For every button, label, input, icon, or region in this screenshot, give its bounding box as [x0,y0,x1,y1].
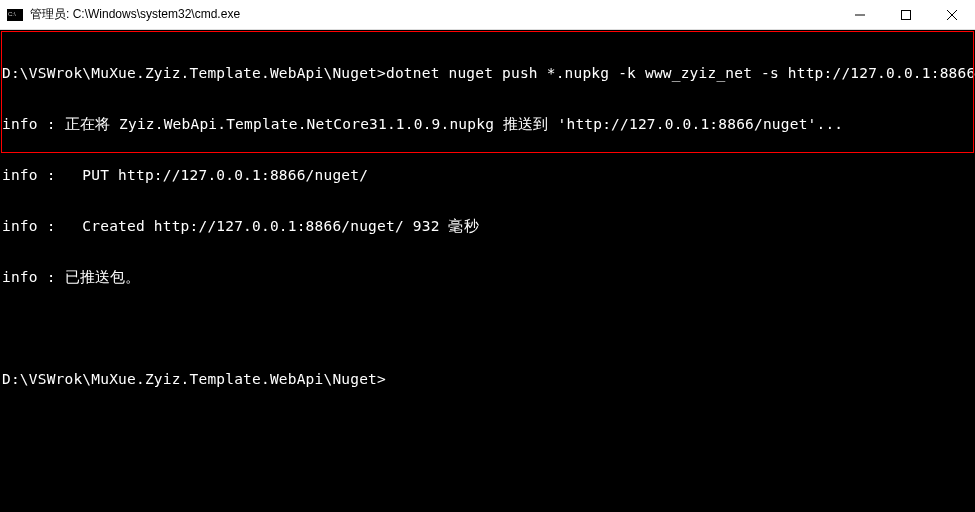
prompt: D:\VSWrok\MuXue.Zyiz.Template.WebApi\Nug… [2,371,386,387]
terminal-area[interactable]: D:\VSWrok\MuXue.Zyiz.Template.WebApi\Nug… [0,30,975,512]
terminal-output: D:\VSWrok\MuXue.Zyiz.Template.WebApi\Nug… [2,31,973,422]
cmd-window: 管理员: C:\Windows\system32\cmd.exe D:\VSWr… [0,0,975,512]
prompt: D:\VSWrok\MuXue.Zyiz.Template.WebApi\Nug… [2,65,386,81]
terminal-line: info : 已推送包。 [2,269,973,286]
titlebar: 管理员: C:\Windows\system32\cmd.exe [0,0,975,30]
terminal-line: info : PUT http://127.0.0.1:8866/nuget/ [2,167,973,184]
command-text: dotnet nuget push *.nupkg -k www_zyiz_ne… [386,65,975,81]
window-title: 管理员: C:\Windows\system32\cmd.exe [30,6,837,23]
svg-rect-1 [902,10,911,19]
cmd-icon [7,9,23,21]
terminal-line: info : 正在将 Zyiz.WebApi.Template.NetCore3… [2,116,973,133]
terminal-line [2,320,973,337]
terminal-line: D:\VSWrok\MuXue.Zyiz.Template.WebApi\Nug… [2,371,973,388]
minimize-button[interactable] [837,0,883,29]
window-controls [837,0,975,29]
close-button[interactable] [929,0,975,29]
terminal-line: info : Created http://127.0.0.1:8866/nug… [2,218,973,235]
maximize-button[interactable] [883,0,929,29]
terminal-line: D:\VSWrok\MuXue.Zyiz.Template.WebApi\Nug… [2,65,973,82]
